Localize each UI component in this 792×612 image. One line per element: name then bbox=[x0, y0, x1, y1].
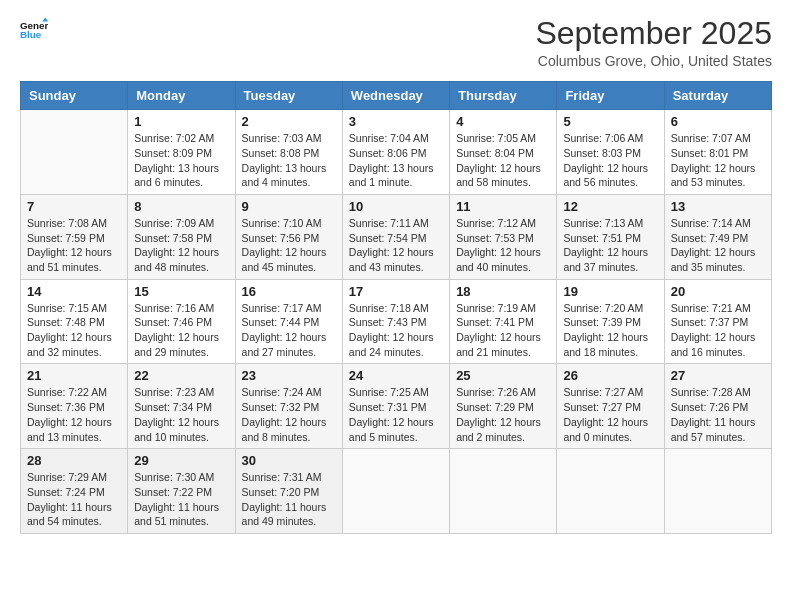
cell-day-number: 7 bbox=[27, 199, 121, 214]
calendar-cell bbox=[450, 449, 557, 534]
header-sunday: Sunday bbox=[21, 82, 128, 110]
cell-sun-info: Sunrise: 7:07 AMSunset: 8:01 PMDaylight:… bbox=[671, 131, 765, 190]
cell-sun-info: Sunrise: 7:14 AMSunset: 7:49 PMDaylight:… bbox=[671, 216, 765, 275]
cell-sun-info: Sunrise: 7:28 AMSunset: 7:26 PMDaylight:… bbox=[671, 385, 765, 444]
cell-content: 3Sunrise: 7:04 AMSunset: 8:06 PMDaylight… bbox=[349, 114, 443, 190]
cell-content: 9Sunrise: 7:10 AMSunset: 7:56 PMDaylight… bbox=[242, 199, 336, 275]
cell-content: 30Sunrise: 7:31 AMSunset: 7:20 PMDayligh… bbox=[242, 453, 336, 529]
header-monday: Monday bbox=[128, 82, 235, 110]
calendar-cell: 14Sunrise: 7:15 AMSunset: 7:48 PMDayligh… bbox=[21, 279, 128, 364]
calendar-cell: 7Sunrise: 7:08 AMSunset: 7:59 PMDaylight… bbox=[21, 194, 128, 279]
cell-sun-info: Sunrise: 7:22 AMSunset: 7:36 PMDaylight:… bbox=[27, 385, 121, 444]
cell-sun-info: Sunrise: 7:24 AMSunset: 7:32 PMDaylight:… bbox=[242, 385, 336, 444]
calendar-week-row: 1Sunrise: 7:02 AMSunset: 8:09 PMDaylight… bbox=[21, 110, 772, 195]
cell-day-number: 26 bbox=[563, 368, 657, 383]
cell-day-number: 8 bbox=[134, 199, 228, 214]
cell-content: 4Sunrise: 7:05 AMSunset: 8:04 PMDaylight… bbox=[456, 114, 550, 190]
calendar-subtitle: Columbus Grove, Ohio, United States bbox=[535, 53, 772, 69]
cell-content: 17Sunrise: 7:18 AMSunset: 7:43 PMDayligh… bbox=[349, 284, 443, 360]
calendar-cell: 15Sunrise: 7:16 AMSunset: 7:46 PMDayligh… bbox=[128, 279, 235, 364]
calendar-cell: 27Sunrise: 7:28 AMSunset: 7:26 PMDayligh… bbox=[664, 364, 771, 449]
calendar-cell bbox=[21, 110, 128, 195]
cell-content: 15Sunrise: 7:16 AMSunset: 7:46 PMDayligh… bbox=[134, 284, 228, 360]
cell-content: 5Sunrise: 7:06 AMSunset: 8:03 PMDaylight… bbox=[563, 114, 657, 190]
calendar-week-row: 28Sunrise: 7:29 AMSunset: 7:24 PMDayligh… bbox=[21, 449, 772, 534]
cell-content: 2Sunrise: 7:03 AMSunset: 8:08 PMDaylight… bbox=[242, 114, 336, 190]
cell-sun-info: Sunrise: 7:20 AMSunset: 7:39 PMDaylight:… bbox=[563, 301, 657, 360]
calendar-header-row: SundayMondayTuesdayWednesdayThursdayFrid… bbox=[21, 82, 772, 110]
cell-sun-info: Sunrise: 7:15 AMSunset: 7:48 PMDaylight:… bbox=[27, 301, 121, 360]
calendar-cell: 8Sunrise: 7:09 AMSunset: 7:58 PMDaylight… bbox=[128, 194, 235, 279]
cell-sun-info: Sunrise: 7:13 AMSunset: 7:51 PMDaylight:… bbox=[563, 216, 657, 275]
cell-content: 23Sunrise: 7:24 AMSunset: 7:32 PMDayligh… bbox=[242, 368, 336, 444]
cell-day-number: 27 bbox=[671, 368, 765, 383]
calendar-cell: 18Sunrise: 7:19 AMSunset: 7:41 PMDayligh… bbox=[450, 279, 557, 364]
calendar-cell: 5Sunrise: 7:06 AMSunset: 8:03 PMDaylight… bbox=[557, 110, 664, 195]
cell-day-number: 17 bbox=[349, 284, 443, 299]
cell-day-number: 30 bbox=[242, 453, 336, 468]
cell-content: 12Sunrise: 7:13 AMSunset: 7:51 PMDayligh… bbox=[563, 199, 657, 275]
cell-sun-info: Sunrise: 7:12 AMSunset: 7:53 PMDaylight:… bbox=[456, 216, 550, 275]
cell-content: 25Sunrise: 7:26 AMSunset: 7:29 PMDayligh… bbox=[456, 368, 550, 444]
header-friday: Friday bbox=[557, 82, 664, 110]
cell-day-number: 22 bbox=[134, 368, 228, 383]
cell-sun-info: Sunrise: 7:29 AMSunset: 7:24 PMDaylight:… bbox=[27, 470, 121, 529]
cell-content: 13Sunrise: 7:14 AMSunset: 7:49 PMDayligh… bbox=[671, 199, 765, 275]
calendar-cell bbox=[557, 449, 664, 534]
cell-day-number: 16 bbox=[242, 284, 336, 299]
calendar-cell: 25Sunrise: 7:26 AMSunset: 7:29 PMDayligh… bbox=[450, 364, 557, 449]
cell-content: 28Sunrise: 7:29 AMSunset: 7:24 PMDayligh… bbox=[27, 453, 121, 529]
calendar-cell: 29Sunrise: 7:30 AMSunset: 7:22 PMDayligh… bbox=[128, 449, 235, 534]
calendar-cell: 16Sunrise: 7:17 AMSunset: 7:44 PMDayligh… bbox=[235, 279, 342, 364]
header-saturday: Saturday bbox=[664, 82, 771, 110]
cell-content: 10Sunrise: 7:11 AMSunset: 7:54 PMDayligh… bbox=[349, 199, 443, 275]
cell-content: 21Sunrise: 7:22 AMSunset: 7:36 PMDayligh… bbox=[27, 368, 121, 444]
cell-day-number: 20 bbox=[671, 284, 765, 299]
cell-sun-info: Sunrise: 7:18 AMSunset: 7:43 PMDaylight:… bbox=[349, 301, 443, 360]
calendar-week-row: 21Sunrise: 7:22 AMSunset: 7:36 PMDayligh… bbox=[21, 364, 772, 449]
calendar-cell: 10Sunrise: 7:11 AMSunset: 7:54 PMDayligh… bbox=[342, 194, 449, 279]
cell-content: 6Sunrise: 7:07 AMSunset: 8:01 PMDaylight… bbox=[671, 114, 765, 190]
calendar-cell: 3Sunrise: 7:04 AMSunset: 8:06 PMDaylight… bbox=[342, 110, 449, 195]
cell-sun-info: Sunrise: 7:11 AMSunset: 7:54 PMDaylight:… bbox=[349, 216, 443, 275]
calendar-body: 1Sunrise: 7:02 AMSunset: 8:09 PMDaylight… bbox=[21, 110, 772, 534]
calendar-cell: 6Sunrise: 7:07 AMSunset: 8:01 PMDaylight… bbox=[664, 110, 771, 195]
cell-content: 22Sunrise: 7:23 AMSunset: 7:34 PMDayligh… bbox=[134, 368, 228, 444]
cell-day-number: 19 bbox=[563, 284, 657, 299]
cell-content: 18Sunrise: 7:19 AMSunset: 7:41 PMDayligh… bbox=[456, 284, 550, 360]
cell-sun-info: Sunrise: 7:26 AMSunset: 7:29 PMDaylight:… bbox=[456, 385, 550, 444]
cell-sun-info: Sunrise: 7:03 AMSunset: 8:08 PMDaylight:… bbox=[242, 131, 336, 190]
cell-content: 7Sunrise: 7:08 AMSunset: 7:59 PMDaylight… bbox=[27, 199, 121, 275]
page-header: General Blue September 2025 Columbus Gro… bbox=[20, 16, 772, 69]
cell-day-number: 14 bbox=[27, 284, 121, 299]
cell-sun-info: Sunrise: 7:05 AMSunset: 8:04 PMDaylight:… bbox=[456, 131, 550, 190]
calendar-cell: 4Sunrise: 7:05 AMSunset: 8:04 PMDaylight… bbox=[450, 110, 557, 195]
cell-sun-info: Sunrise: 7:31 AMSunset: 7:20 PMDaylight:… bbox=[242, 470, 336, 529]
cell-day-number: 28 bbox=[27, 453, 121, 468]
cell-content: 24Sunrise: 7:25 AMSunset: 7:31 PMDayligh… bbox=[349, 368, 443, 444]
cell-day-number: 29 bbox=[134, 453, 228, 468]
calendar-table: SundayMondayTuesdayWednesdayThursdayFrid… bbox=[20, 81, 772, 534]
cell-day-number: 18 bbox=[456, 284, 550, 299]
cell-content: 11Sunrise: 7:12 AMSunset: 7:53 PMDayligh… bbox=[456, 199, 550, 275]
calendar-cell: 12Sunrise: 7:13 AMSunset: 7:51 PMDayligh… bbox=[557, 194, 664, 279]
header-tuesday: Tuesday bbox=[235, 82, 342, 110]
cell-sun-info: Sunrise: 7:16 AMSunset: 7:46 PMDaylight:… bbox=[134, 301, 228, 360]
cell-day-number: 21 bbox=[27, 368, 121, 383]
cell-day-number: 9 bbox=[242, 199, 336, 214]
cell-day-number: 2 bbox=[242, 114, 336, 129]
cell-sun-info: Sunrise: 7:21 AMSunset: 7:37 PMDaylight:… bbox=[671, 301, 765, 360]
cell-day-number: 5 bbox=[563, 114, 657, 129]
cell-sun-info: Sunrise: 7:02 AMSunset: 8:09 PMDaylight:… bbox=[134, 131, 228, 190]
cell-sun-info: Sunrise: 7:25 AMSunset: 7:31 PMDaylight:… bbox=[349, 385, 443, 444]
calendar-cell: 23Sunrise: 7:24 AMSunset: 7:32 PMDayligh… bbox=[235, 364, 342, 449]
calendar-cell: 19Sunrise: 7:20 AMSunset: 7:39 PMDayligh… bbox=[557, 279, 664, 364]
calendar-cell: 13Sunrise: 7:14 AMSunset: 7:49 PMDayligh… bbox=[664, 194, 771, 279]
cell-sun-info: Sunrise: 7:06 AMSunset: 8:03 PMDaylight:… bbox=[563, 131, 657, 190]
calendar-week-row: 7Sunrise: 7:08 AMSunset: 7:59 PMDaylight… bbox=[21, 194, 772, 279]
cell-day-number: 1 bbox=[134, 114, 228, 129]
cell-day-number: 25 bbox=[456, 368, 550, 383]
cell-sun-info: Sunrise: 7:19 AMSunset: 7:41 PMDaylight:… bbox=[456, 301, 550, 360]
calendar-cell: 24Sunrise: 7:25 AMSunset: 7:31 PMDayligh… bbox=[342, 364, 449, 449]
svg-text:Blue: Blue bbox=[20, 29, 42, 40]
